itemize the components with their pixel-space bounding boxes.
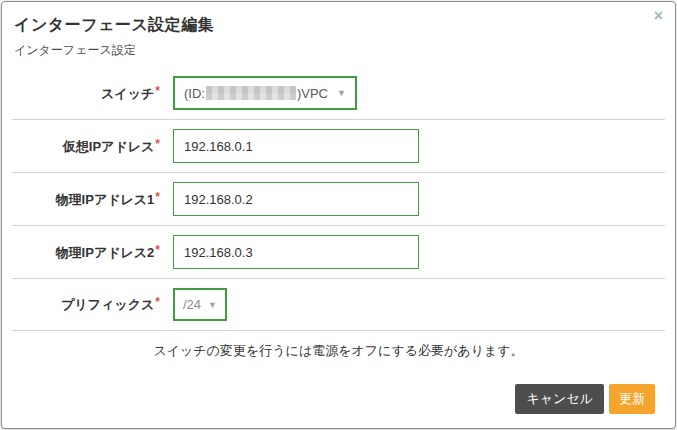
virtual-ip-input[interactable]: [173, 129, 419, 163]
dialog-title: インターフェース設定編集: [14, 15, 661, 36]
required-marker: *: [155, 295, 160, 309]
switch-label-text: スイッチ: [101, 86, 154, 101]
dialog-header: インターフェース設定編集 インターフェース設定: [2, 2, 675, 59]
interface-settings-edit-dialog: × インターフェース設定編集 インターフェース設定 スイッチ* (ID: )VP…: [1, 1, 676, 429]
update-button[interactable]: 更新: [609, 384, 655, 414]
physical-ip1-label-text: 物理IPアドレス1: [56, 192, 155, 207]
physical-ip2-input[interactable]: [173, 235, 419, 269]
field-row-prefix: プリフィックス* /24 ▼: [2, 279, 675, 330]
field-row-virtual-ip: 仮想IPアドレス*: [2, 120, 675, 172]
physical-ip2-label-text: 物理IPアドレス2: [56, 245, 155, 260]
dialog-subtitle: インターフェース設定: [14, 42, 661, 59]
switch-id-redacted: [206, 86, 296, 100]
virtual-ip-label: 仮想IPアドレス*: [2, 137, 160, 156]
prefix-value: /24: [183, 297, 201, 312]
switch-select[interactable]: (ID: )VPC ▼: [173, 76, 357, 110]
switch-value-prefix: (ID:: [184, 86, 205, 101]
field-row-physical-ip2: 物理IPアドレス2*: [2, 226, 675, 278]
required-marker: *: [155, 84, 160, 98]
prefix-label-text: プリフィックス: [61, 297, 154, 312]
power-off-note: スイッチの変更を行うには電源をオフにする必要があります。: [2, 331, 675, 370]
chevron-down-icon: ▼: [337, 88, 346, 98]
physical-ip1-label: 物理IPアドレス1*: [2, 190, 160, 209]
cancel-button[interactable]: キャンセル: [515, 384, 604, 414]
field-row-physical-ip1: 物理IPアドレス1*: [2, 173, 675, 225]
field-row-switch: スイッチ* (ID: )VPC ▼: [2, 61, 675, 119]
switch-value-suffix: )VPC: [297, 86, 328, 101]
required-marker: *: [155, 137, 160, 151]
dialog-footer: キャンセル 更新: [2, 370, 675, 414]
prefix-select[interactable]: /24 ▼: [173, 288, 227, 321]
chevron-down-icon: ▼: [208, 300, 217, 310]
required-marker: *: [155, 243, 160, 257]
virtual-ip-label-text: 仮想IPアドレス: [63, 139, 155, 154]
prefix-label: プリフィックス*: [2, 295, 160, 314]
required-marker: *: [155, 190, 160, 204]
physical-ip2-label: 物理IPアドレス2*: [2, 243, 160, 262]
interface-settings-form: スイッチ* (ID: )VPC ▼ 仮想IPアドレス*: [2, 61, 675, 370]
physical-ip1-input[interactable]: [173, 182, 419, 216]
switch-label: スイッチ*: [2, 84, 160, 103]
close-icon[interactable]: ×: [654, 8, 663, 24]
